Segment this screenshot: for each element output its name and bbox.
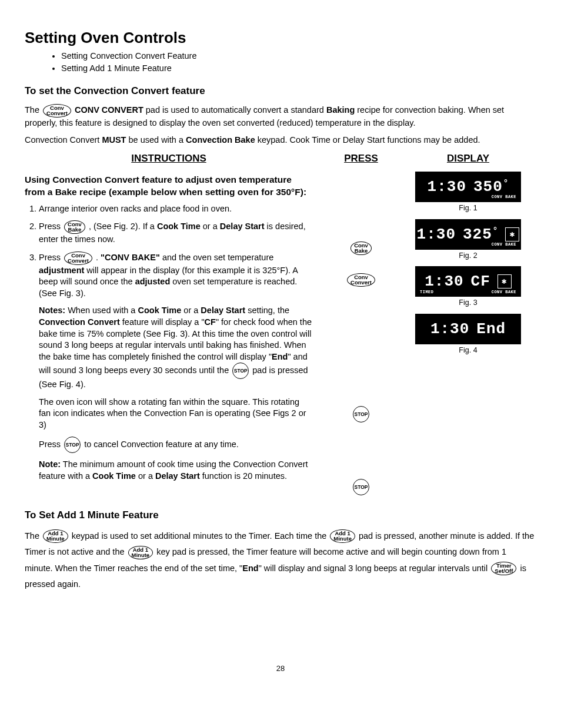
fan-icon: ✱ bbox=[505, 227, 519, 241]
display-column: 1:30 350° CONV BAKE Fig. 1 1:30 325° ✱ C… bbox=[409, 172, 527, 362]
fig2-caption: Fig. 2 bbox=[409, 251, 527, 261]
feature-bullets: Setting Convection Convert Feature Setti… bbox=[38, 50, 536, 75]
stop-pad-icon: STOP bbox=[232, 363, 249, 379]
stop-pad-icon: STOP bbox=[64, 437, 81, 453]
section-heading: To set the Convection Convert feature bbox=[25, 85, 536, 98]
display-fig1: 1:30 350° CONV BAKE bbox=[415, 172, 521, 202]
example-subhead: Using Convection Convert feature to adju… bbox=[25, 174, 313, 199]
press-conv-convert-pad-icon: ConvConvert bbox=[347, 273, 375, 287]
step3-fan: The oven icon will show a rotating fan w… bbox=[39, 397, 313, 431]
display-fig2: 1:30 325° ✱ CONV BAKE bbox=[415, 219, 521, 250]
fan-icon: ✱ bbox=[497, 274, 512, 288]
display-fig4: 1:30 End bbox=[415, 314, 521, 344]
add1-pad-icon: Add 1Minute bbox=[128, 546, 153, 559]
instructions-header: INSTRUCTIONS bbox=[25, 152, 313, 166]
press-conv-bake-pad-icon: ConvBake bbox=[350, 241, 372, 255]
page-number: 28 bbox=[25, 663, 536, 674]
press-stop-pad-icon: STOP bbox=[353, 479, 369, 495]
step3-note2: Note: The minimum amount of cook time us… bbox=[39, 459, 313, 482]
add1-pad-icon: Add 1Minute bbox=[43, 529, 68, 543]
conv-convert-pad-icon: ConvConvert bbox=[64, 251, 92, 265]
section2-heading: To Set Add 1 Minute Feature bbox=[25, 509, 536, 522]
step-2: Press ConvBake , (See Fig. 2). If a Cook… bbox=[39, 220, 313, 246]
add1-paragraph: The Add 1Minute keypad is used to set ad… bbox=[25, 528, 536, 593]
fig1-caption: Fig. 1 bbox=[409, 203, 527, 213]
conv-bake-pad-icon: ConvBake bbox=[64, 220, 85, 234]
instructions-column: Using Convection Convert feature to adju… bbox=[25, 172, 313, 488]
add1-pad-icon: Add 1Minute bbox=[330, 529, 355, 543]
press-stop-pad-icon: STOP bbox=[353, 406, 369, 422]
display-header: DISPLAY bbox=[409, 152, 527, 166]
step-3: Press ConvConvert . "CONV BAKE" and the … bbox=[39, 251, 313, 482]
page-title: Setting Oven Controls bbox=[25, 28, 536, 48]
press-header: PRESS bbox=[320, 152, 402, 166]
step3-notes: Notes: When used with a Cook Time or a D… bbox=[39, 305, 313, 390]
bullet-item: Setting Convection Convert Feature bbox=[61, 50, 536, 63]
bullet-item: Setting Add 1 Minute Feature bbox=[61, 62, 536, 75]
fig4-caption: Fig. 4 bbox=[409, 345, 527, 355]
conv-convert-pad-icon: ConvConvert bbox=[43, 104, 71, 118]
intro-paragraph: The ConvConvert CONV CONVERT pad is used… bbox=[25, 104, 536, 129]
display-fig3: 1:30 CF ✱ TIMED CONV BAKE bbox=[415, 266, 521, 297]
step-1: Arrange interior oven racks and place fo… bbox=[39, 203, 313, 215]
timer-pad-icon: TimerSet/Off bbox=[491, 562, 516, 575]
step3-cancel: Press STOP to cancel Convection feature … bbox=[39, 437, 313, 453]
press-column: ConvBake ConvConvert STOP STOP bbox=[320, 172, 402, 499]
must-paragraph: Convection Convert MUST be used with a C… bbox=[25, 135, 536, 146]
fig3-caption: Fig. 3 bbox=[409, 298, 527, 308]
